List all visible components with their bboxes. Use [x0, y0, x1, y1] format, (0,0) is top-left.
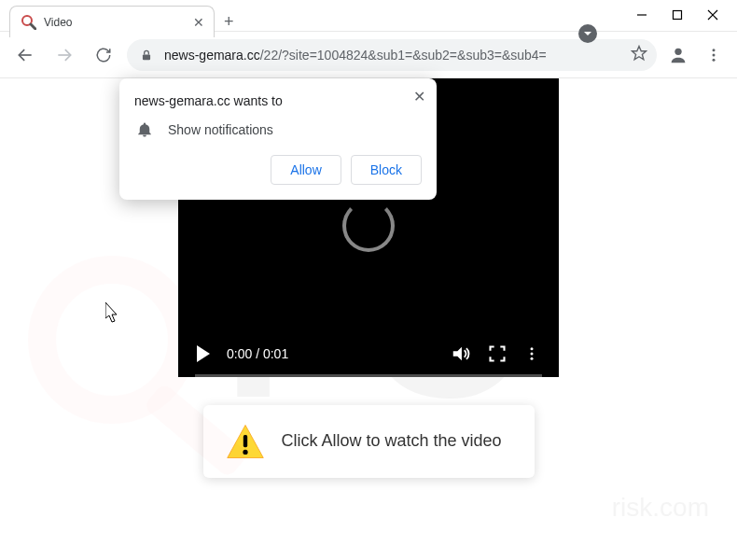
tab-title: Video [44, 16, 186, 29]
svg-point-13 [713, 53, 716, 56]
bookmark-star-icon[interactable] [631, 45, 647, 65]
dialog-close-icon[interactable]: ✕ [413, 88, 425, 105]
svg-point-12 [713, 49, 716, 51]
window-titlebar: Video ✕ + [0, 0, 737, 32]
video-controls: 0:00 / 0:01 [178, 330, 559, 377]
allow-prompt-text: Click Allow to watch the video [282, 430, 502, 452]
fullscreen-icon[interactable] [488, 344, 507, 363]
play-icon[interactable] [197, 345, 210, 362]
permission-label: Show notifications [168, 122, 273, 137]
warning-icon [226, 422, 265, 461]
browser-toolbar: news-gemara.cc/22/?site=1004824&sub1=&su… [0, 32, 737, 78]
svg-point-17 [531, 353, 534, 356]
svg-point-11 [674, 48, 681, 54]
url-path: /22/?site=1004824&sub1=&sub2=&sub3=&sub4… [260, 48, 547, 63]
browser-tab[interactable]: Video ✕ [9, 6, 215, 37]
svg-marker-10 [633, 46, 647, 59]
address-bar[interactable]: news-gemara.cc/22/?site=1004824&sub1=&su… [127, 39, 657, 71]
dialog-buttons: Allow Block [134, 155, 422, 185]
svg-rect-20 [243, 435, 246, 447]
svg-point-14 [713, 58, 716, 61]
permission-row: Show notifications [136, 121, 420, 138]
bell-icon [136, 121, 153, 138]
tab-close-icon[interactable]: ✕ [193, 15, 204, 30]
favicon-icon [21, 15, 36, 30]
url-text: news-gemara.cc/22/?site=1004824&sub1=&su… [164, 48, 623, 63]
profile-button[interactable] [664, 41, 692, 69]
svg-marker-22 [105, 302, 117, 322]
svg-rect-9 [143, 54, 150, 60]
video-time: 0:00 / 0:01 [227, 346, 288, 361]
notification-permission-dialog: ✕ news-gemara.cc wants to Show notificat… [119, 78, 437, 200]
url-host: news-gemara.cc [164, 48, 260, 63]
new-tab-button[interactable]: + [215, 12, 243, 32]
forward-button[interactable] [49, 39, 80, 71]
back-button[interactable] [9, 39, 41, 71]
loading-spinner-icon [342, 200, 395, 252]
tab-strip: Video ✕ + [0, 0, 243, 37]
svg-rect-3 [674, 11, 682, 20]
minimize-button[interactable] [636, 7, 647, 24]
kebab-menu-icon[interactable] [700, 41, 728, 69]
downloads-indicator-icon[interactable] [578, 24, 597, 43]
svg-point-16 [531, 347, 534, 350]
reload-button[interactable] [88, 39, 119, 71]
svg-marker-15 [453, 347, 462, 361]
allow-button[interactable]: Allow [271, 155, 341, 185]
maximize-button[interactable] [672, 7, 683, 24]
volume-icon[interactable] [451, 343, 471, 364]
block-button[interactable]: Block [351, 155, 422, 185]
video-more-icon[interactable] [523, 345, 540, 362]
allow-prompt-card: Click Allow to watch the video [203, 405, 535, 478]
svg-point-18 [531, 357, 534, 360]
svg-line-1 [31, 24, 35, 29]
cursor-icon [105, 302, 122, 329]
svg-marker-6 [584, 32, 591, 35]
dialog-title: news-gemara.cc wants to [134, 93, 422, 108]
video-progress-bar[interactable] [195, 374, 542, 377]
lock-icon[interactable] [136, 45, 157, 65]
window-controls [636, 0, 737, 24]
svg-point-21 [243, 450, 247, 455]
close-window-button[interactable] [707, 7, 718, 24]
